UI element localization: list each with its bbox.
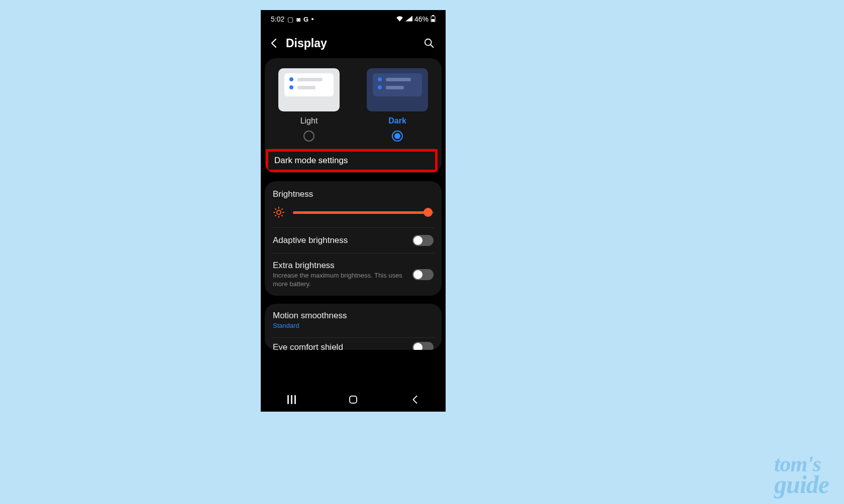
adaptive-brightness-row[interactable]: Adaptive brightness — [265, 228, 442, 253]
brightness-label: Brightness — [273, 189, 434, 199]
extra-brightness-label: Extra brightness — [273, 261, 406, 271]
status-time: 5:02 — [271, 15, 284, 23]
svg-line-10 — [275, 209, 276, 209]
search-button[interactable] — [423, 37, 436, 50]
image-icon: ▢ — [287, 16, 293, 23]
google-icon: G — [303, 16, 308, 23]
theme-dark-radio[interactable] — [392, 131, 403, 142]
motion-smoothness-label: Motion smoothness — [273, 311, 434, 321]
phone-frame: 5:02 ▢ ◙ G 46% Display — [261, 10, 446, 412]
theme-dark-label: Dark — [388, 116, 406, 125]
theme-option-light[interactable]: Light — [270, 68, 348, 142]
watermark-line2: guide — [774, 474, 829, 495]
brightness-card: Brightness Adaptive brightness — [265, 181, 442, 296]
sun-icon — [273, 206, 285, 218]
motion-smoothness-row[interactable]: Motion smoothness Standard — [265, 304, 442, 337]
screenshot-icon: ◙ — [296, 16, 300, 23]
light-preview-icon — [278, 68, 340, 111]
watermark: tom's guide — [774, 455, 829, 495]
wifi-icon — [396, 15, 403, 23]
page-title: Display — [286, 37, 415, 50]
theme-light-radio[interactable] — [303, 131, 314, 142]
svg-rect-2 — [432, 19, 435, 22]
battery-text: 46% — [414, 15, 429, 23]
dark-preview-icon — [367, 68, 428, 111]
nav-home-button[interactable] — [343, 393, 363, 406]
svg-line-12 — [275, 215, 276, 216]
svg-line-4 — [431, 45, 434, 48]
eye-comfort-toggle[interactable] — [412, 342, 434, 350]
eye-comfort-label: Eye comfort shield — [273, 342, 343, 350]
nav-bar — [261, 388, 446, 412]
extra-brightness-sub: Increase the maximum brightness. This us… — [273, 272, 406, 289]
back-button[interactable] — [269, 38, 279, 49]
extra-brightness-toggle[interactable] — [412, 269, 434, 280]
status-bar: 5:02 ▢ ◙ G 46% — [261, 10, 446, 28]
extra-brightness-row[interactable]: Extra brightness Increase the maximum br… — [265, 254, 442, 296]
adaptive-brightness-label: Adaptive brightness — [273, 235, 406, 245]
motion-smoothness-value: Standard — [273, 322, 434, 330]
svg-line-11 — [282, 215, 282, 216]
signal-icon — [405, 15, 412, 23]
brightness-slider[interactable] — [293, 207, 434, 217]
motion-card: Motion smoothness Standard Eye comfort s… — [265, 304, 442, 350]
nav-recent-button[interactable] — [281, 393, 301, 406]
theme-card: Light Dark Dark mode settings — [265, 58, 442, 173]
theme-light-label: Light — [300, 116, 318, 125]
more-dot-icon — [311, 18, 313, 20]
battery-icon — [431, 15, 436, 24]
adaptive-brightness-toggle[interactable] — [412, 235, 434, 246]
svg-point-5 — [277, 210, 281, 214]
theme-option-dark[interactable]: Dark — [358, 68, 437, 142]
svg-line-13 — [282, 209, 282, 209]
eye-comfort-row[interactable]: Eye comfort shield — [265, 338, 442, 350]
dark-mode-settings-item[interactable]: Dark mode settings — [274, 156, 429, 166]
app-bar: Display — [261, 28, 446, 58]
dark-mode-settings-highlight: Dark mode settings — [266, 149, 438, 172]
nav-back-button[interactable] — [405, 393, 425, 406]
